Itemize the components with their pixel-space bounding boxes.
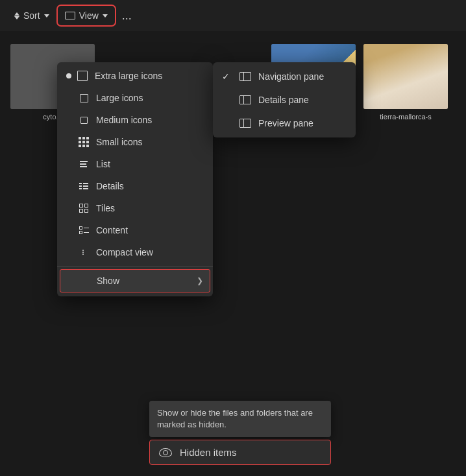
menu-item-label: Show [97, 276, 119, 286]
extra-large-icon [77, 70, 88, 82]
submenu-item-details-pane[interactable]: Details pane [213, 88, 356, 112]
preview-pane-icon [239, 117, 252, 129]
sort-icon [14, 12, 19, 19]
view-dropdown: Extra large icons Large icons Medium ico… [57, 62, 213, 296]
active-dot [66, 73, 71, 78]
content-icon [78, 224, 90, 236]
tooltip-box: Show or hide the files and folders that … [149, 401, 331, 437]
list-icon [78, 158, 90, 170]
menu-item-extra-large-icons[interactable]: Extra large icons [57, 65, 213, 87]
more-button[interactable]: ... [117, 5, 137, 27]
menu-item-label: Extra large icons [95, 71, 162, 81]
sort-label: Sort [23, 10, 40, 21]
view-chevron-icon [103, 14, 108, 18]
menu-item-label: Large icons [96, 93, 143, 103]
more-label: ... [122, 9, 132, 23]
small-icon [78, 136, 90, 148]
content-area: cyto... towfiq_barbbvjn-jqvfK7GR4w_unsp … [0, 31, 466, 476]
list-item[interactable]: tierra-mallorca-s [363, 44, 448, 121]
menu-item-medium-icons[interactable]: Medium icons [57, 109, 213, 131]
sort-chevron-icon [44, 14, 49, 18]
separator [57, 266, 213, 267]
menu-item-label: Content [96, 225, 128, 235]
hidden-items-label: Hidden items [180, 447, 237, 458]
submenu-item-navigation-pane[interactable]: ✓ Navigation pane [213, 65, 356, 88]
submenu-item-label: Details pane [258, 95, 309, 105]
menu-item-compact-view[interactable]: Compact view [57, 241, 213, 263]
medium-icon [78, 114, 90, 126]
menu-item-content[interactable]: Content [57, 219, 213, 241]
menu-item-label: Compact view [96, 247, 153, 257]
view-label: View [79, 10, 99, 21]
details-pane-icon [239, 94, 252, 106]
thumbnail [363, 44, 448, 109]
menu-item-label: Details [96, 181, 124, 191]
tooltip-text: Show or hide the files and folders that … [157, 408, 313, 429]
menu-item-large-icons[interactable]: Large icons [57, 87, 213, 109]
hidden-items-icon [159, 448, 172, 457]
show-icon [79, 275, 90, 287]
menu-item-small-icons[interactable]: Small icons [57, 131, 213, 153]
hidden-items-button[interactable]: Hidden items [149, 440, 331, 465]
menu-item-show[interactable]: Show ❯ [60, 269, 210, 292]
menu-item-list[interactable]: List [57, 153, 213, 175]
show-submenu: ✓ Navigation pane Det [213, 62, 356, 137]
sort-button[interactable]: Sort [8, 6, 56, 25]
check-icon: ✓ [222, 71, 232, 82]
menu-item-label: Medium icons [96, 115, 152, 125]
submenu-item-label: Preview pane [258, 118, 313, 128]
menu-item-label: Small icons [96, 137, 143, 147]
view-icon [65, 12, 75, 19]
view-button[interactable]: View [58, 6, 114, 25]
file-name: tierra-mallorca-s [380, 113, 431, 121]
compact-icon [78, 246, 90, 258]
large-icon [78, 92, 90, 104]
submenu-item-label: Navigation pane [258, 71, 324, 82]
menu-item-label: List [96, 159, 110, 169]
menu-item-details[interactable]: Details [57, 175, 213, 197]
submenu-item-preview-pane[interactable]: Preview pane [213, 112, 356, 135]
tiles-icon [78, 202, 90, 214]
details-icon [78, 180, 90, 192]
menu-item-tiles[interactable]: Tiles [57, 197, 213, 219]
nav-pane-icon [239, 71, 252, 82]
menu-item-label: Tiles [96, 203, 115, 213]
submenu-arrow-icon: ❯ [197, 276, 203, 285]
toolbar: Sort View ... [0, 0, 466, 31]
